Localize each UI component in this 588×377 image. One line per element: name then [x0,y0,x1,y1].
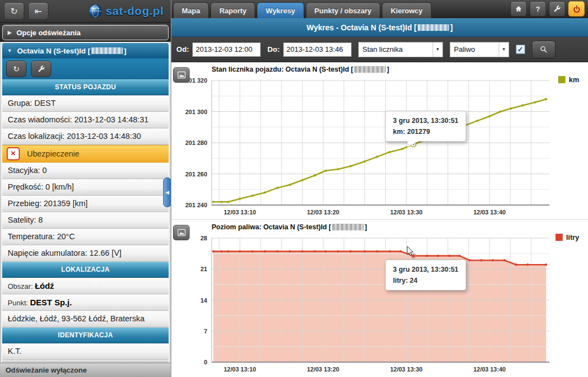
image-icon [177,229,186,236]
logo-text: sat-dog.pl [106,4,164,18]
tooltip-tail [406,141,419,147]
top-nav-bar: MapaRaportyWykresyPunkty / obszaryKierow… [171,0,588,18]
fuel-chart-panel: Poziom paliwa: Octavia N (S-test)Id [] l… [171,219,588,377]
status-row: Czas wiadomości: 2013-12-03 14:48:31 [2,112,169,128]
globe-icon [88,4,103,18]
auto-refresh-button[interactable]: ↻ [4,2,24,20]
svg-text:12/03 13:10: 12/03 13:10 [224,366,256,373]
insurance-alert-label: Ubezpieczenie [27,149,79,158]
svg-text:21: 21 [201,266,207,272]
tab-mapa[interactable]: Mapa [173,2,209,18]
masked-id [354,66,386,73]
status-row: Czas lokalizacji: 2013-12-03 14:48:30 [2,128,169,145]
series1-select[interactable]: Stan licznika ▼ [358,42,443,57]
legend-swatch [555,234,563,241]
odometer-chart-panel: Stan licznika pojazdu: Octavia N (S-test… [171,62,588,219]
wrench-icon [553,5,561,13]
sidebar-collapse-handle[interactable]: ◀ [163,177,171,207]
status-row: Temperatura: 20°C [2,229,169,245]
tab-kierowcy[interactable]: Kierowcy [382,2,431,18]
chart-export-button[interactable] [173,67,190,83]
vehicle-name: Octavia N (S-test)Id [] [17,47,126,55]
chart-tooltip: 3 gru 2013, 13:30:51 litry: 24 [385,260,466,290]
tab-wykresy[interactable]: Wykresy [257,2,304,18]
insurance-alert-row[interactable]: × Ubezpieczenie [2,145,169,163]
tab-raporty[interactable]: Raporty [211,2,255,18]
refresh-options-label: Opcje odświeżania [17,29,80,37]
help-icon: ? [536,5,540,13]
vehicle-toolbar: ↻ [2,58,169,79]
location-row: Punkt: DEST Sp.j. [2,294,169,311]
power-icon [573,5,581,13]
alert-x-icon: × [7,147,20,160]
status-row: Stacyjka: 0 [2,163,169,179]
svg-text:12/03 13:10: 12/03 13:10 [224,209,256,216]
svg-text:0: 0 [204,359,207,365]
vehicle-panel: ▼ Octavia N (S-test)Id [] ↻ STATUS POJAZ… [1,42,170,363]
chevron-down-icon: ▼ [433,42,443,57]
refresh-options-accordion[interactable]: ▶ Opcje odświeżania [2,25,169,40]
home-button[interactable] [510,1,527,17]
status-rows-bottom: Stacyjka: 0Prędkość: 0 [km/h]Przebieg: 2… [2,163,169,262]
help-button[interactable]: ? [530,1,546,17]
svg-text:12/03 13:20: 12/03 13:20 [307,209,339,216]
svg-text:12/03 13:30: 12/03 13:30 [390,209,423,216]
charts-area: Stan licznika pojazdu: Octavia N (S-test… [171,62,588,377]
vehicle-accordion-header[interactable]: ▼ Octavia N (S-test)Id [] [2,43,169,58]
status-row: Satelity: 8 [2,212,169,229]
chevron-right-icon: ▶ [8,30,12,35]
masked-id [418,24,449,31]
tab-punkty-obszary[interactable]: Punkty / obszary [306,2,380,18]
wrench-icon [37,65,45,73]
svg-text:12/03 13:40: 12/03 13:40 [473,366,506,373]
status-row: Napięcie akumulatora: 12.66 [V] [2,245,169,262]
legend-litry[interactable]: litry [555,233,579,241]
to-datetime-input[interactable] [283,42,352,57]
masked-id [91,47,123,54]
chart-tooltip: 3 gru 2013, 13:30:51 km: 201279 [385,111,466,142]
mouse-cursor-icon [407,246,414,256]
svg-text:201 260: 201 260 [185,171,207,177]
status-section-header: STATUS POJAZDU [2,79,169,95]
home-icon [515,5,522,13]
svg-text:7: 7 [204,328,207,335]
sidebar-top-bar: ↻ ⇤ sat-dog.pl [0,0,171,23]
settings-button[interactable] [549,1,565,17]
collapse-sidebar-button[interactable]: ⇤ [28,2,48,20]
sidebar-footer-status: Odświeżanie wyłączone [0,363,171,377]
svg-text:14: 14 [201,297,208,304]
from-datetime-input[interactable] [192,42,261,57]
status-row: Przebieg: 201359 [km] [2,196,169,212]
page-title: Wykres - Octavia N (S-test)Id [] [171,18,588,37]
combine-charts-checkbox[interactable]: ✓ [516,45,525,54]
vehicle-settings-button[interactable] [31,61,51,77]
svg-text:201 280: 201 280 [185,139,207,146]
logout-button[interactable] [568,1,585,17]
image-icon [177,71,186,79]
status-row: Prędkość: 0 [km/h] [2,179,169,196]
status-row: Grupa: DEST [2,95,169,112]
fuel-chart[interactable]: 0714212812/03 13:1012/03 13:2012/03 13:3… [171,220,588,377]
series2-select[interactable]: Paliwo ▼ [450,42,509,57]
svg-text:28: 28 [201,235,207,241]
search-icon [540,45,548,53]
tab-strip: MapaRaportyWykresyPunkty / obszaryKierow… [173,2,431,18]
chart-title: Poziom paliwa: Octavia N (S-test)Id [] [212,223,367,231]
odometer-chart[interactable]: 201 240201 260201 280201 300201 32012/03… [171,62,588,219]
from-label: Od: [176,45,189,53]
vehicle-refresh-button[interactable]: ↻ [6,61,26,77]
legend-swatch [558,76,565,83]
chevron-down-icon: ▼ [499,42,509,57]
chart-title: Stan licznika pojazdu: Octavia N (S-test… [212,66,389,73]
search-button[interactable] [532,41,555,58]
location-row: Obszar: Łódź [2,278,169,294]
identification-rows: K.T. [2,343,169,360]
sidebar: ↻ ⇤ sat-dog.pl ▶ Opcje odświeżania ▼ Oct… [0,0,171,377]
chevron-down-icon: ▼ [7,48,12,53]
main-area: MapaRaportyWykresyPunkty / obszaryKierow… [171,0,588,377]
legend-km[interactable]: km [558,76,579,84]
chart-export-button[interactable] [173,225,190,240]
filter-bar: Od: Do: Stan licznika ▼ Paliwo ▼ ✓ [171,37,588,62]
location-row: Łódzkie, Łódź, 93-562 Łódź, Braterska [2,311,169,327]
collapse-left-icon: ⇤ [35,6,42,17]
